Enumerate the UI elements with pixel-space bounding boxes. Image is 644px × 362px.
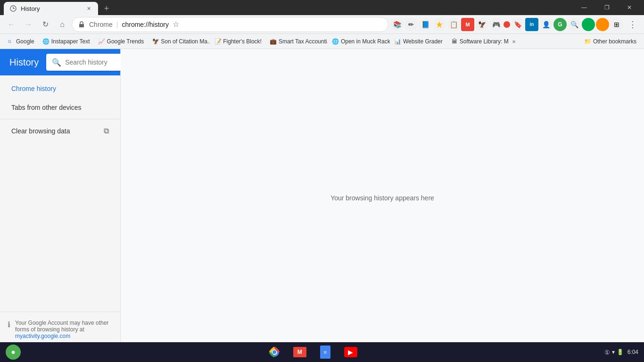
ext-icon-10[interactable]: 🔖 <box>511 18 524 31</box>
more-bookmarks-button[interactable]: » <box>510 36 519 47</box>
tab-close-button[interactable]: ✕ <box>85 5 92 12</box>
bookmark-software[interactable]: 🏛 Software Library: M... <box>447 36 509 47</box>
window-controls: — ❐ ✕ <box>573 0 640 15</box>
wifi-icon: ▾ <box>612 349 615 355</box>
minimize-button[interactable]: — <box>573 0 595 15</box>
ext-icon-6[interactable]: M <box>461 18 474 31</box>
bookmark-google[interactable]: G Google <box>4 36 38 47</box>
ext-icon-5[interactable]: 📋 <box>447 18 460 31</box>
taskbar-gmail[interactable]: M <box>290 342 310 362</box>
chrome-history-label: Chrome history <box>11 85 56 92</box>
citation-favicon: 🦅 <box>152 38 159 45</box>
sidebar-item-clear-browsing[interactable]: Clear browsing data ⧉ <box>0 121 120 141</box>
bookmark-trends[interactable]: 📈 Google Trends <box>95 36 148 47</box>
tray-icon-1: ① <box>604 349 610 356</box>
ext-icon-1[interactable]: 📚 <box>390 18 404 31</box>
ext-icon-8[interactable]: 🎮 <box>489 18 503 31</box>
grader-favicon: 📊 <box>395 38 401 45</box>
close-button[interactable]: ✕ <box>619 0 640 15</box>
clear-browsing-label: Clear browsing data <box>11 127 70 135</box>
home-button[interactable]: ⌂ <box>55 17 70 32</box>
ext-icon-7[interactable]: 🦅 <box>475 18 488 31</box>
battery-icon: 🔋 <box>617 349 624 355</box>
back-button[interactable]: ← <box>4 17 19 32</box>
sidebar-footer: ℹ Your Google Account may have other for… <box>0 312 120 347</box>
ext-icon-17[interactable]: ⊞ <box>610 18 623 31</box>
tab-favicon <box>9 5 17 12</box>
taskbar-docs[interactable]: ≡ <box>315 342 335 362</box>
ext-icon-14[interactable]: 🔍 <box>568 18 581 31</box>
taskbar-right: ① ▾ 🔋 6:04 <box>604 349 638 356</box>
bookmark-label: Fighter's Block! <box>223 38 262 45</box>
address-path: chrome://history <box>122 21 169 28</box>
svg-rect-1 <box>79 24 84 27</box>
taskbar-chrome[interactable] <box>264 342 284 362</box>
google-favicon: G <box>8 38 14 45</box>
bookmark-label: Google Trends <box>107 38 144 45</box>
taskbar-center: M ≡ ▶ <box>264 342 361 362</box>
bookmark-tax[interactable]: 💼 Smart Tax Accounti... <box>266 36 328 47</box>
ext-icon-15[interactable] <box>582 18 595 31</box>
docs-taskbar-icon: ≡ <box>320 346 330 359</box>
clock: 6:04 <box>627 349 638 355</box>
muckrack-favicon: 🌐 <box>332 38 339 45</box>
taskbar-youtube[interactable]: ▶ <box>341 342 361 362</box>
ext-icon-16[interactable] <box>596 18 609 31</box>
address-separator: | <box>116 21 118 28</box>
app-body: History 🔍 Chrome history Tabs from other… <box>0 49 644 347</box>
myactivity-link[interactable]: myactivity.google.com <box>15 333 70 339</box>
bookmark-citation[interactable]: 🦅 Son of Citation Ma... <box>149 36 210 47</box>
active-tab[interactable]: History ✕ <box>4 2 98 15</box>
ext-icon-13[interactable]: G <box>553 18 567 31</box>
bookmarks-bar: G Google 🌐 Instapaper Text 📈 Google Tren… <box>0 34 644 49</box>
tab-area: History ✕ + <box>4 0 573 15</box>
new-tab-button[interactable]: + <box>100 2 113 15</box>
other-bookmarks-label: Other bookmarks <box>593 38 636 45</box>
sidebar-item-tabs-other-devices[interactable]: Tabs from other devices <box>0 98 120 117</box>
address-bar[interactable]: Chrome | chrome://history ☆ <box>72 17 388 32</box>
sidebar-divider <box>0 119 120 119</box>
footer-text: Your Google Account may have other forms… <box>15 320 113 339</box>
svg-text:G: G <box>8 39 11 44</box>
folder-icon: 📁 <box>584 38 591 45</box>
sidebar-item-chrome-history[interactable]: Chrome history <box>0 79 120 98</box>
bookmark-instapaper[interactable]: 🌐 Instapaper Text <box>39 36 94 47</box>
youtube-taskbar-icon: ▶ <box>344 347 357 357</box>
search-icon: 🔍 <box>52 58 61 67</box>
bookmark-muckrack[interactable]: 🌐 Open in Muck Rack <box>329 36 390 47</box>
taskbar: ● M ≡ ▶ <box>0 342 644 362</box>
lock-icon <box>78 21 85 28</box>
ext-icon-2[interactable]: ✏ <box>405 18 418 31</box>
bookmark-fighters[interactable]: 📝 Fighter's Block! <box>211 36 265 47</box>
sidebar: History 🔍 Chrome history Tabs from other… <box>0 49 121 347</box>
bookmark-label: Instapaper Text <box>51 38 90 45</box>
history-page-title: History <box>9 57 39 68</box>
ext-icon-4[interactable] <box>433 18 446 31</box>
svg-point-6 <box>272 350 276 354</box>
main-content: Your browsing history appears here <box>121 49 644 347</box>
bookmark-label: Son of Citation Ma... <box>161 38 210 45</box>
ext-icon-12[interactable]: 👤 <box>539 18 553 31</box>
chrome-menu-button[interactable]: ⋮ <box>625 17 640 32</box>
ext-icon-11[interactable]: in <box>525 18 538 31</box>
toolbar: ← → ↻ ⌂ Chrome | chrome://history ☆ 📚 ✏ … <box>0 15 644 34</box>
refresh-button[interactable]: ↻ <box>38 17 53 32</box>
bookmark-label: Software Library: M... <box>460 38 509 45</box>
svg-marker-2 <box>436 21 443 28</box>
restore-button[interactable]: ❐ <box>596 0 618 15</box>
other-bookmarks-folder[interactable]: 📁 Other bookmarks <box>580 36 640 47</box>
bookmark-label: Open in Muck Rack <box>341 38 390 45</box>
tabs-other-devices-label: Tabs from other devices <box>11 104 82 111</box>
bookmark-grader[interactable]: 📊 Website Grader <box>391 36 446 47</box>
gmail-taskbar-icon: M <box>293 347 306 357</box>
address-scheme: Chrome <box>89 21 113 28</box>
ext-icon-3[interactable]: 📘 <box>419 18 432 31</box>
empty-state-text: Your browsing history appears here <box>330 194 434 202</box>
star-button[interactable]: ☆ <box>173 20 179 29</box>
forward-button[interactable]: → <box>21 17 36 32</box>
software-favicon: 🏛 <box>451 38 458 45</box>
title-bar: History ✕ + — ❐ ✕ <box>0 0 644 15</box>
start-button[interactable]: ● <box>6 345 21 360</box>
bookmark-label: Website Grader <box>403 38 443 45</box>
ext-icon-9[interactable] <box>504 21 510 28</box>
